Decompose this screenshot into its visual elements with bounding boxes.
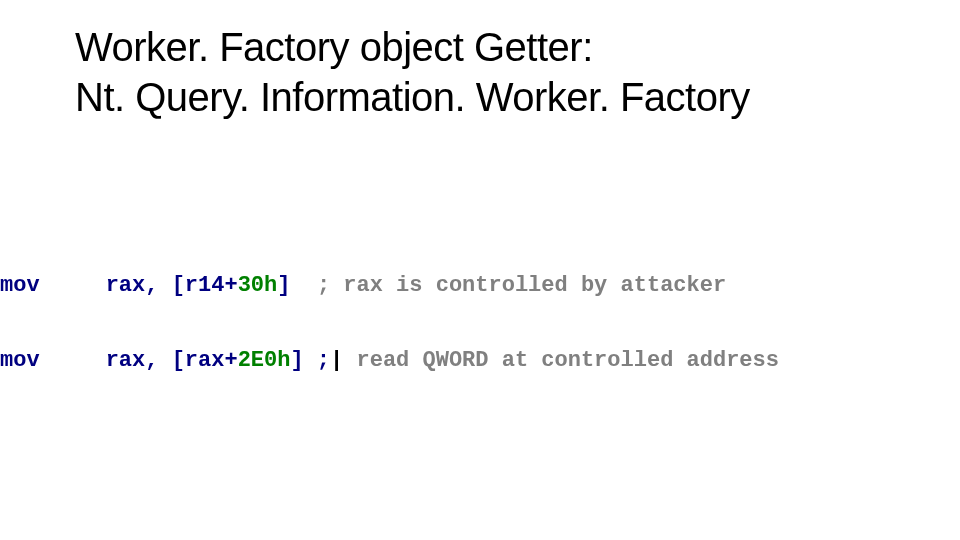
cursor: | [330,348,343,373]
comment: read QWORD at controlled address [343,348,779,373]
operands-left: rax, [rax+ [106,348,238,373]
mnemonic: mov [0,273,40,298]
title-line-2: Nt. Query. Information. Worker. Factory [75,72,750,122]
immediate: 30h [238,273,278,298]
operands-left: rax, [r14+ [106,273,238,298]
slide-title: Worker. Factory object Getter: Nt. Query… [75,22,750,122]
comment: ; rax is controlled by attacker [317,273,726,298]
disasm-line-1: mov rax, [r14+30h] ; rax is controlled b… [0,273,779,298]
disassembly-block: mov rax, [r14+30h] ; rax is controlled b… [0,222,779,399]
disasm-line-2: mov rax, [rax+2E0h] ;| read QWORD at con… [0,348,779,373]
mnemonic: mov [0,348,40,373]
immediate: 2E0h [238,348,291,373]
operands-right: ] ; [290,348,330,373]
title-line-1: Worker. Factory object Getter: [75,22,750,72]
operands-right: ] [277,273,290,298]
